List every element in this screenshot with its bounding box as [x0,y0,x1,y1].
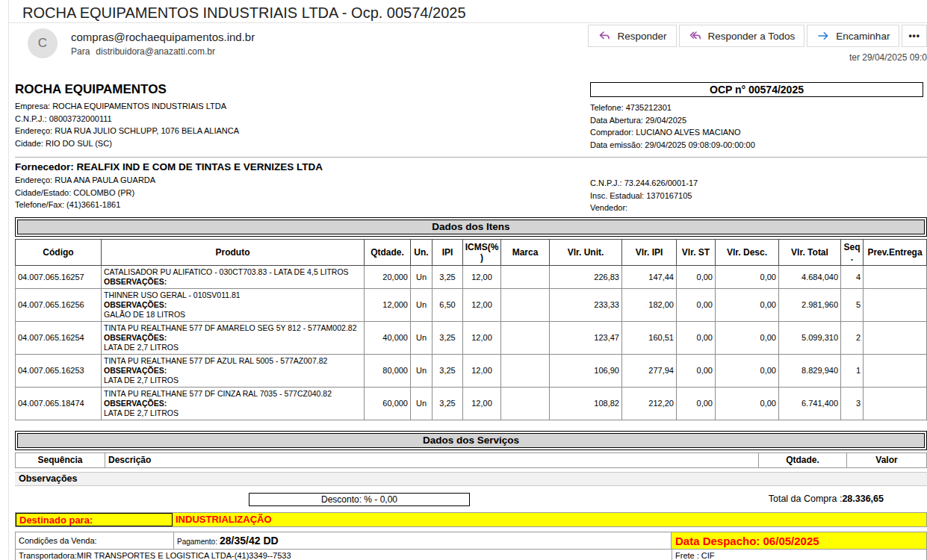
item-cell-vlr_st: 0,00 [677,265,716,288]
to-label: Para [71,46,90,57]
item-cell-prev_entrega [864,354,927,387]
item-cell-vlr_unit: 123,47 [550,321,622,354]
item-cell-codigo: 04.007.065.16257 [16,265,102,288]
item-cell-un: Un [411,321,433,354]
email-subject: ROCHA EQUIPAMENTOS INDUSTRIAIS LTDA - Oc… [22,4,927,22]
item-cell-seq: 5 [841,288,864,321]
item-cell-vlr_total: 5.099,310 [779,321,841,354]
observacoes-header: Observações [15,472,927,486]
buyer-cnpj: C.N.P.J.: 08003732000111 [15,113,927,125]
item-cell-ipi: 3,25 [433,321,463,354]
items-column-header: Un. [411,239,433,265]
items-column-header: IPI [433,239,463,265]
servicos-col-descricao: Descrição [105,452,759,467]
purchase-order-document: ROCHA EQUIPAMENTOS Empresa: ROCHA EQUIPA… [15,82,927,560]
item-cell-vlr_ipi: 277,94 [622,354,677,387]
item-cell-icms: 12,00 [463,288,501,321]
item-cell-ipi: 3,25 [433,265,463,288]
buyer-telefone: Telefone: 4735212301 [590,102,755,114]
item-cell-marca [501,354,550,387]
item-cell-seq: 2 [841,321,864,354]
reading-pane-divider [8,0,9,560]
frete: Frete : CIF [672,550,927,560]
item-cell-ipi: 3,25 [433,354,463,387]
items-column-header: Vlr. Desc. [716,239,779,265]
item-cell-seq: 3 [841,387,864,420]
item-cell-un: Un [411,387,433,420]
item-cell-un: Un [411,265,433,288]
item-cell-vlr_ipi: 160,51 [622,321,677,354]
item-cell-prev_entrega [864,265,927,288]
fornecedor-cnpj: C.N.P.J.: 73.244.626/0001-17 [590,177,698,190]
pagamento-value: 28/35/42 DD [220,535,279,547]
email-date: ter 29/04/2025 09:0 [849,52,927,63]
table-row: 04.007.065.18474TINTA PU REALTHANE 577 D… [16,387,927,420]
items-column-header: Código [16,239,102,265]
data-abertura: Data Abertura: 29/04/2025 [590,114,755,127]
table-row: 04.007.065.16256THINNER USO GERAL - 010S… [16,288,927,321]
item-cell-vlr_total: 2.981,960 [779,288,841,321]
item-cell-produto: TINTA PU REALTHANE 577 DF AMARELO SEG 5Y… [102,321,365,354]
table-row: 04.007.065.16257CATALISADOR PU ALIFATICO… [16,265,927,288]
recipient-email[interactable]: distribuidora@anazatti.com.br [96,46,215,57]
item-cell-vlr_unit: 106,90 [550,354,622,387]
item-cell-marca [501,321,550,354]
item-cell-vlr_total: 6.741,400 [779,387,841,420]
item-cell-vlr_total: 4.684,040 [779,265,841,288]
total-compra-label: Total da Compra : [769,494,843,504]
avatar[interactable]: C [28,28,58,58]
item-cell-vlr_st: 0,00 [677,321,716,354]
items-table: CódigoProdutoQtdade.Un.IPIICMS(%)MarcaVl… [15,239,927,420]
destinado-value: INDUSTRIALIZAÇÃO [173,513,926,526]
fornecedor-title: Fornecedor: REALFIX IND E COM DE TINTAS … [15,161,927,174]
item-cell-marca [501,288,550,321]
sender-row: C compras@rochaequipamentos.ind.br Parad… [28,28,927,72]
items-column-header: Seq. [841,239,864,265]
item-cell-vlr_desc: 0,00 [716,321,779,354]
table-row: 04.007.065.16254TINTA PU REALTHANE 577 D… [16,321,927,354]
item-cell-produto: TINTA PU REALTHANE 577 DF CINZA RAL 7035… [102,387,365,420]
fornecedor-cidade-estado: Cidade/Estado: COLOMBO (PR) [15,187,927,199]
sender-email[interactable]: compras@rochaequipamentos.ind.br [71,30,927,44]
table-row: 04.007.065.16253TINTA PU REALTHANE 577 D… [16,354,927,387]
item-cell-vlr_st: 0,00 [677,354,716,387]
item-cell-codigo: 04.007.065.16254 [16,321,102,354]
divider [15,157,927,158]
desconto-box: Desconto: % - 0,00 [249,493,470,506]
items-section-title: Dados dos Itens [17,220,925,234]
subject-divider [9,22,927,23]
item-cell-produto: TINTA PU REALTHANE 577 DF AZUL RAL 5005 … [102,354,365,387]
item-cell-codigo: 04.007.065.18474 [16,387,102,420]
item-cell-qtdade: 80,000 [365,354,411,387]
items-column-header: Vlr. Unit. [550,239,622,265]
item-cell-marca [501,387,550,420]
item-cell-vlr_desc: 0,00 [716,265,779,288]
item-cell-qtdade: 40,000 [365,321,411,354]
servicos-col-valor: Valor [847,452,927,467]
fornecedor-endereco: Endereço: RUA ANA PAULA GUARDA [15,174,927,187]
item-cell-qtdade: 20,000 [365,265,411,288]
item-cell-produto: CATALISADOR PU ALIFATICO - 030CT703.83 -… [102,265,365,288]
servicos-table: Sequência Descrição Qtdade. Valor [15,452,927,468]
item-cell-un: Un [411,354,433,387]
item-cell-seq: 1 [841,354,864,387]
items-header-row: CódigoProdutoQtdade.Un.IPIICMS(%)MarcaVl… [16,239,927,265]
transportadora: Transportadora:MIR TRANSPORTES E LOGISTI… [15,550,672,560]
items-column-header: Vlr. ST [677,239,716,265]
item-cell-vlr_unit: 233,33 [550,288,622,321]
items-column-header: Marca [501,239,550,265]
destinado-label: Destinado para: [16,513,173,526]
item-cell-icms: 12,00 [463,387,501,420]
comprador: Comprador: LUCIANO ALVES MACIANO [590,126,755,139]
item-cell-vlr_unit: 226,83 [550,265,622,288]
item-cell-vlr_desc: 0,00 [716,354,779,387]
item-cell-icms: 12,00 [463,321,501,354]
item-cell-prev_entrega [864,288,927,321]
data-emissao: Data emissão: 29/04/2025 09:08:09-00:00:… [590,139,755,152]
condicoes-venda-label: Condições da Venda: [15,532,174,550]
items-column-header: Vlr. IPI [622,239,677,265]
item-cell-ipi: 6,50 [433,288,463,321]
pagamento-label: Pagamento: [177,538,217,546]
item-cell-vlr_desc: 0,00 [716,387,779,420]
item-cell-codigo: 04.007.065.16256 [16,288,102,321]
